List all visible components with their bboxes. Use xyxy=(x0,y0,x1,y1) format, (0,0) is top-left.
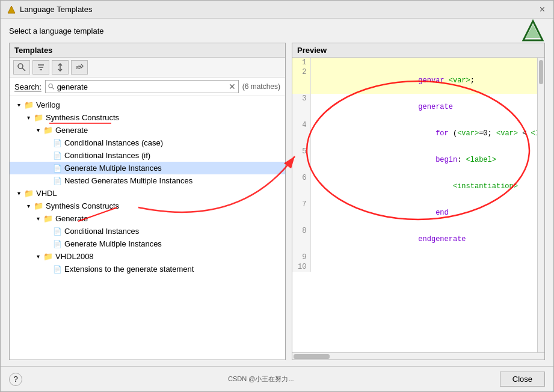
scrollbar-vertical[interactable] xyxy=(537,58,544,352)
table-row: 1 xyxy=(292,58,537,67)
table-row: 5 begin: <label> xyxy=(292,147,537,173)
table-row: 9 xyxy=(292,253,537,262)
template-var: <limit> xyxy=(531,129,537,138)
line-content xyxy=(310,253,537,262)
table-row: 3 generate xyxy=(292,94,537,120)
list-item[interactable]: ▾ 📁 Generate xyxy=(10,212,285,225)
expand-icon: ▾ xyxy=(34,126,42,135)
bottom-bar: ? CSDN @小王在努力... Close xyxy=(1,366,553,391)
help-button[interactable]: ? xyxy=(9,373,22,386)
preview-header: Preview xyxy=(292,43,544,58)
search-row: Search: ✕ (6 matches) xyxy=(10,78,285,96)
template-tree: ▾ 📁 Verilog ▾ 📁 Synthesis Constructs xyxy=(10,96,285,360)
window-close-button[interactable]: × xyxy=(537,4,547,15)
folder-icon: 📁 xyxy=(43,126,53,135)
keyword: genvar xyxy=(418,76,444,85)
code-panel-inner: 1 2 genvar <var>; xyxy=(292,58,544,352)
close-dialog-button[interactable]: Close xyxy=(500,372,545,387)
list-item[interactable]: ▾ 📁 Verilog xyxy=(10,99,285,111)
watermark-text: CSDN @小王在努力... xyxy=(228,375,294,384)
svg-point-4 xyxy=(18,64,23,69)
list-item[interactable]: ▾ 📄 Generate Multiple Instances xyxy=(10,237,285,250)
tree-node-label: VHDL2008 xyxy=(55,252,94,261)
expand-icon: ▾ xyxy=(14,189,23,198)
scrollbar-horizontal[interactable] xyxy=(292,352,544,360)
line-content: for (<var>=0; <var> < <limit>; <var>=<va… xyxy=(310,120,537,147)
folder-icon: 📁 xyxy=(34,201,43,210)
subtitle-text: Select a language template xyxy=(9,26,104,35)
tree-node-label: Synthesis Constructs xyxy=(46,201,119,210)
line-number: 4 xyxy=(292,120,310,147)
tree-node-label: VHDL xyxy=(36,189,57,198)
file-icon: 📄 xyxy=(53,265,62,274)
svg-point-12 xyxy=(49,84,52,87)
toolbar-btn-1[interactable] xyxy=(13,60,30,75)
matches-count: (6 matches) xyxy=(242,82,280,91)
search-input[interactable] xyxy=(57,82,226,91)
file-icon: 📄 xyxy=(53,152,62,160)
line-number: 6 xyxy=(292,173,310,200)
keyword: generate xyxy=(418,103,453,111)
template-var: <var> xyxy=(449,76,470,85)
folder-icon: 📁 xyxy=(24,189,34,198)
folder-icon: 📁 xyxy=(34,113,43,122)
list-item[interactable]: ▾ 📁 Generate xyxy=(10,124,285,136)
file-icon: 📄 xyxy=(53,164,62,173)
expand-icon: ▾ xyxy=(24,202,32,210)
toolbar-btn-3[interactable] xyxy=(52,60,69,75)
search-icon xyxy=(17,63,26,72)
file-icon: 📄 xyxy=(53,177,62,185)
table-row: 8 endgenerate xyxy=(292,226,537,253)
toolbar-btn-4[interactable]: az xyxy=(71,60,88,75)
code-area[interactable]: 1 2 genvar <var>; xyxy=(292,58,537,352)
table-row: 6 <instantiation> xyxy=(292,173,537,200)
list-item[interactable]: ▾ 📁 VHDL2008 xyxy=(10,250,285,263)
expand-icon: ▾ xyxy=(24,114,32,122)
template-var: <instantiation> xyxy=(453,182,518,191)
list-item[interactable]: ▾ 📄 Conditional Instances (if) xyxy=(10,149,285,162)
folder-icon: 📁 xyxy=(24,100,34,109)
list-item[interactable]: ▾ 📄 Conditional Instances xyxy=(10,225,285,237)
line-number: 1 xyxy=(292,58,310,67)
list-item[interactable]: ▾ 📄 Conditional Instances (case) xyxy=(10,136,285,149)
search-input-wrap[interactable]: ✕ xyxy=(45,80,239,93)
list-item[interactable]: ▾ 📄 Nested Generates Multiple Instances xyxy=(10,174,285,187)
list-item[interactable]: ▾ 📁 Synthesis Constructs xyxy=(10,200,285,212)
tree-node-label: Generate Multiple Instances xyxy=(64,239,162,248)
svg-text:az: az xyxy=(76,64,82,70)
line-content: genvar <var>; xyxy=(310,67,537,94)
clear-search-button[interactable]: ✕ xyxy=(229,82,236,91)
line-content: <instantiation> xyxy=(310,173,537,200)
svg-line-5 xyxy=(22,68,25,71)
scrollbar-thumb[interactable] xyxy=(539,60,543,84)
preview-panel: Preview 1 2 xyxy=(292,43,545,360)
sort-icon xyxy=(56,63,64,72)
list-item[interactable]: ▾ 📄 Generate Multiple Instances xyxy=(10,162,285,174)
templates-header: Templates xyxy=(10,43,285,58)
line-number: 10 xyxy=(292,262,310,272)
keyword: begin xyxy=(436,156,457,164)
search-label: Search: xyxy=(14,82,42,91)
tree-node-label: Synthesis Constructs xyxy=(46,113,119,122)
scrollbar-h-thumb[interactable] xyxy=(294,354,330,359)
table-row: 4 for (<var>=0; <var> < <limit>; <var>=<… xyxy=(292,120,537,147)
table-row: 7 end xyxy=(292,200,537,226)
table-row: 2 genvar <var>; xyxy=(292,67,537,94)
line-content: generate xyxy=(310,94,537,120)
list-item[interactable]: ▾ 📄 Extensions to the generate statement xyxy=(10,263,285,275)
line-number: 9 xyxy=(292,253,310,262)
file-icon: 📄 xyxy=(53,227,62,236)
line-number: 3 xyxy=(292,94,310,120)
keyword: end xyxy=(436,209,449,217)
file-icon: 📄 xyxy=(53,240,62,248)
expand-icon: ▾ xyxy=(34,253,42,261)
line-number: 5 xyxy=(292,147,310,173)
tree-node-label: Nested Generates Multiple Instances xyxy=(64,176,192,185)
line-number: 2 xyxy=(292,67,310,94)
template-var: <var> xyxy=(496,129,518,138)
toolbar-btn-2[interactable] xyxy=(32,60,49,75)
list-item[interactable]: ▾ 📁 Synthesis Constructs xyxy=(10,111,285,124)
search-small-icon xyxy=(48,83,55,90)
list-item[interactable]: ▾ 📁 VHDL xyxy=(10,187,285,200)
tree-node-label: Conditional Instances (case) xyxy=(64,138,163,147)
